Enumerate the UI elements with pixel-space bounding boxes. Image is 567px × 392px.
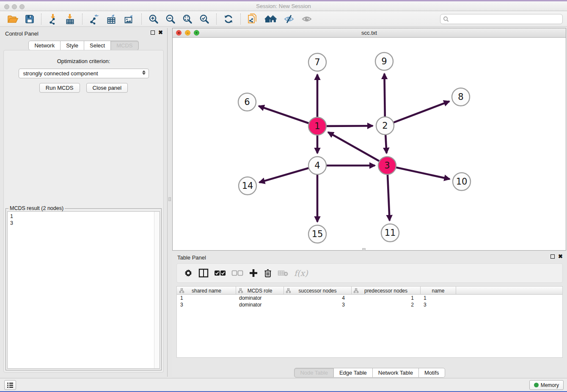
column-header-name[interactable]: name bbox=[421, 287, 456, 295]
import-table-button[interactable] bbox=[62, 13, 79, 25]
float-table-panel-icon[interactable] bbox=[550, 254, 555, 259]
table-tab-network-table[interactable]: Network Table bbox=[373, 368, 419, 378]
graph-node-6[interactable]: 6 bbox=[238, 93, 256, 111]
column-header-predecessor-nodes[interactable]: predecessor nodes bbox=[352, 287, 421, 295]
result-scrollbar[interactable] bbox=[154, 212, 160, 368]
graph-node-4[interactable]: 4 bbox=[308, 157, 326, 174]
graph-edge-3-10[interactable] bbox=[395, 167, 450, 179]
graph-node-8[interactable]: 8 bbox=[452, 88, 470, 106]
mcds-result-textarea[interactable]: 13 bbox=[7, 211, 160, 369]
home-button[interactable] bbox=[261, 13, 280, 25]
tab-network[interactable]: Network bbox=[28, 41, 61, 50]
column-header-successor-nodes[interactable]: successor nodes bbox=[284, 287, 352, 295]
folder-open-icon bbox=[7, 14, 19, 24]
table-cell[interactable]: 3 bbox=[177, 302, 236, 308]
graph-edge-1-2[interactable] bbox=[325, 126, 373, 126]
graph-node-14[interactable]: 14 bbox=[239, 177, 256, 195]
table-cell[interactable]: 1 bbox=[420, 295, 456, 301]
graph-edge-3-1[interactable] bbox=[328, 132, 380, 162]
table-cell[interactable]: 3 bbox=[420, 302, 456, 308]
tab-select[interactable]: Select bbox=[84, 41, 111, 50]
export-table-button[interactable] bbox=[103, 13, 121, 25]
column-layout-button[interactable] bbox=[198, 268, 209, 278]
table-settings-button[interactable] bbox=[184, 268, 193, 278]
layout-refresh-button[interactable] bbox=[220, 13, 237, 25]
table-cell[interactable]: dominator bbox=[236, 302, 284, 308]
network-window-titlebar[interactable]: ✕ − + scc.txt bbox=[173, 28, 566, 38]
create-column-button[interactable] bbox=[249, 268, 258, 278]
search-input[interactable] bbox=[451, 16, 560, 22]
table-row[interactable]: 1dominator411 bbox=[177, 295, 562, 301]
network-graph[interactable]: 7968124314101511 bbox=[173, 38, 566, 250]
table-tab-motifs[interactable]: Motifs bbox=[419, 368, 445, 378]
graph-node-1[interactable]: 1 bbox=[308, 117, 326, 135]
network-canvas[interactable]: 7968124314101511 bbox=[173, 38, 566, 250]
graph-edge-4-14[interactable] bbox=[259, 168, 310, 182]
table-cell[interactable]: 3 bbox=[284, 302, 351, 308]
graph-node-label: 2 bbox=[382, 121, 388, 131]
trash-icon bbox=[264, 268, 272, 278]
graph-node-15[interactable]: 15 bbox=[308, 225, 326, 243]
table-cell[interactable]: 1 bbox=[177, 295, 236, 301]
graph-node-label: 14 bbox=[242, 181, 253, 191]
task-history-button[interactable] bbox=[4, 380, 16, 390]
graph-node-2[interactable]: 2 bbox=[376, 117, 394, 135]
close-panel-icon[interactable]: ✖ bbox=[158, 30, 163, 35]
table-cell[interactable]: 1 bbox=[351, 295, 420, 301]
memory-button[interactable]: Memory bbox=[529, 380, 564, 390]
close-table-panel-icon[interactable]: ✖ bbox=[558, 254, 563, 259]
save-session-button[interactable] bbox=[22, 13, 38, 25]
zoom-fit-icon bbox=[182, 14, 193, 25]
zoom-in-button[interactable] bbox=[145, 13, 162, 25]
tab-mcds[interactable]: MCDS bbox=[111, 41, 138, 50]
table-cell[interactable]: 2 bbox=[351, 302, 420, 308]
float-panel-icon[interactable] bbox=[151, 30, 155, 35]
graph-node-9[interactable]: 9 bbox=[375, 52, 393, 70]
table-toolbar: f(x) bbox=[176, 263, 563, 283]
graph-edge-2-8[interactable] bbox=[392, 101, 449, 123]
graph-node-label: 8 bbox=[458, 92, 463, 102]
table-cell[interactable]: 4 bbox=[284, 295, 351, 301]
graph-edge-2-9[interactable] bbox=[384, 74, 385, 118]
columns-icon bbox=[198, 268, 209, 278]
open-file-button[interactable] bbox=[4, 13, 22, 25]
table-tab-edge-table[interactable]: Edge Table bbox=[334, 368, 373, 378]
graph-edge-3-11[interactable] bbox=[388, 173, 390, 221]
optimization-criterion-select[interactable]: strongly connected component bbox=[19, 69, 149, 78]
run-mcds-button[interactable]: Run MCDS bbox=[39, 83, 80, 93]
graph-node-label: 1 bbox=[314, 121, 320, 131]
graph-node-7[interactable]: 7 bbox=[308, 53, 326, 71]
tab-style[interactable]: Style bbox=[61, 41, 84, 50]
node-table: shared nameMCDS rolesuccessor nodesprede… bbox=[176, 286, 563, 358]
graph-node-label: 15 bbox=[312, 229, 323, 239]
mcds-result-box: MCDS result (2 nodes) 13 bbox=[6, 208, 162, 370]
graph-node-10[interactable]: 10 bbox=[453, 173, 471, 190]
export-network-button[interactable] bbox=[86, 13, 103, 25]
graph-edge-2-3[interactable] bbox=[385, 133, 387, 153]
vertical-splitter-handle[interactable] bbox=[168, 197, 171, 201]
zoom-selected-button[interactable] bbox=[196, 13, 213, 25]
column-header-label: shared name bbox=[192, 288, 221, 294]
delete-column-button[interactable] bbox=[264, 268, 272, 278]
import-network-button[interactable] bbox=[45, 13, 62, 25]
zoom-fit-button[interactable] bbox=[179, 13, 196, 25]
graph-edge-1-6[interactable] bbox=[259, 106, 310, 124]
table-cell[interactable]: dominator bbox=[236, 295, 284, 301]
zoom-out-button[interactable] bbox=[162, 13, 179, 25]
graph-node-3[interactable]: 3 bbox=[378, 157, 396, 174]
column-header-shared-name[interactable]: shared name bbox=[177, 287, 236, 295]
select-all-columns-button[interactable] bbox=[214, 270, 226, 276]
table-tab-node-table[interactable]: Node Table bbox=[294, 368, 334, 378]
hide-selected-button[interactable] bbox=[280, 13, 298, 25]
table-row[interactable]: 3dominator323 bbox=[177, 301, 562, 308]
graph-node-11[interactable]: 11 bbox=[381, 224, 399, 242]
horizontal-splitter-handle[interactable] bbox=[362, 248, 366, 251]
column-header-MCDS-role[interactable]: MCDS role bbox=[236, 287, 284, 295]
network-from-selection-button[interactable] bbox=[244, 12, 261, 26]
deselect-all-columns-button[interactable] bbox=[231, 270, 243, 276]
search-box[interactable] bbox=[440, 14, 563, 24]
show-all-button[interactable] bbox=[298, 13, 316, 25]
export-image-button[interactable] bbox=[121, 13, 138, 25]
close-panel-button[interactable]: Close panel bbox=[86, 83, 128, 93]
graph-node-label: 10 bbox=[456, 177, 468, 187]
